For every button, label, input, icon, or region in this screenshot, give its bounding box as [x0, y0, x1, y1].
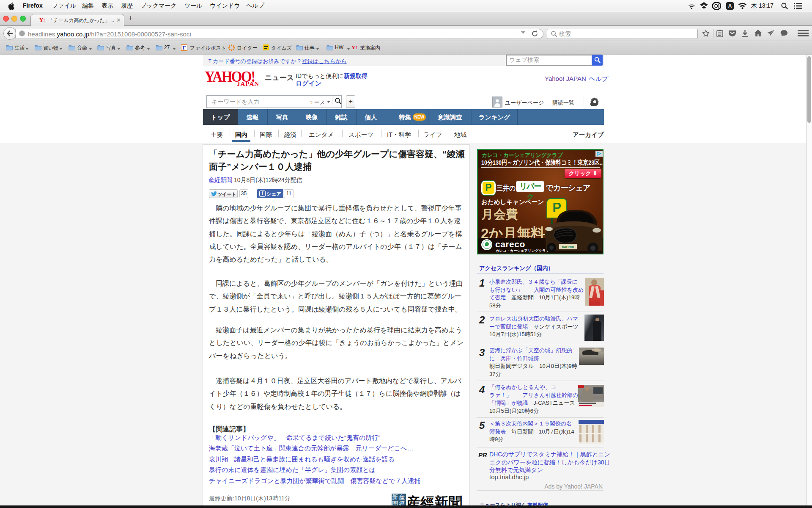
svg-text:careco: careco: [562, 245, 574, 249]
